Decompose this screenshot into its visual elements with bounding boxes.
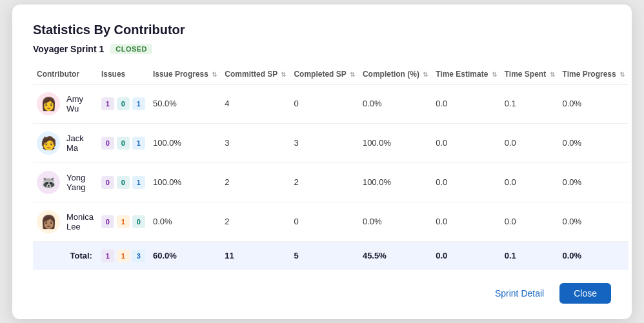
avatar: 🧑 [37, 132, 60, 155]
time-estimate: 0.0 [432, 202, 500, 241]
contributor-name: Yong Yang [66, 173, 94, 192]
issue-badge: 0 [117, 137, 130, 150]
table-row: 🧑 Jack Ma 001 100.0% 3 3 100.0% 0.0 0.0 … [33, 123, 629, 162]
completion-pct: 100.0% [359, 123, 432, 162]
issue-badge: 1 [132, 137, 145, 150]
sort-icon: ⇅ [212, 71, 217, 78]
avatar: 🦝 [37, 171, 60, 194]
contributor-name: Jack Ma [66, 133, 94, 153]
table-header-row: Contributor Issues Issue Progress ⇅ Comm… [33, 64, 629, 84]
sort-icon: ⇅ [550, 71, 555, 78]
contributor-name: Amy Wu [66, 94, 94, 113]
issue-progress: 100.0% [149, 123, 221, 162]
sprint-detail-button[interactable]: Sprint Detail [487, 283, 552, 304]
issue-badge: 1 [101, 97, 114, 110]
issue-badge: 0 [132, 215, 145, 228]
issue-badge: 0 [117, 97, 130, 110]
completed-sp: 2 [290, 162, 358, 202]
total-time-spent: 0.1 [501, 241, 559, 270]
table-row: 🦝 Yong Yang 001 100.0% 2 2 100.0% 0.0 0.… [33, 162, 629, 202]
col-contributor: Contributor [33, 64, 97, 84]
sort-icon: ⇅ [492, 71, 497, 78]
issue-badge: 1 [101, 250, 114, 262]
total-row: Total: 113 60.0% 11 5 45.5% 0.0 0.1 0.0% [33, 241, 629, 270]
col-completed-sp[interactable]: Completed SP ⇅ [290, 64, 358, 84]
col-completion-pct[interactable]: Completion (%) ⇅ [359, 64, 432, 84]
completed-sp: 0 [290, 202, 358, 241]
sprint-header: Voyager Sprint 1 CLOSED [33, 44, 611, 54]
col-time-estimate[interactable]: Time Estimate ⇅ [432, 64, 500, 84]
issue-progress: 50.0% [149, 84, 221, 123]
status-badge: CLOSED [110, 44, 152, 54]
sort-icon: ⇅ [619, 71, 625, 78]
issue-badge: 0 [117, 176, 130, 189]
total-committed-sp: 11 [221, 241, 290, 270]
completion-pct: 0.0% [359, 202, 432, 241]
sprint-name: Voyager Sprint 1 [33, 44, 104, 54]
contributor-cell: 🧑 Jack Ma [33, 123, 97, 162]
time-estimate: 0.0 [432, 123, 500, 162]
total-label: Total: [33, 241, 97, 270]
contributor-cell: 👩 Amy Wu [33, 84, 97, 123]
committed-sp: 2 [221, 202, 290, 241]
table-row: 👩 Amy Wu 101 50.0% 4 0 0.0% 0.0 0.1 0.0% [33, 84, 629, 123]
table-row: 👩🏽 Monica Lee 010 0.0% 2 0 0.0% 0.0 0.0 … [33, 202, 629, 241]
time-progress: 0.0% [559, 123, 629, 162]
completion-pct: 100.0% [359, 162, 432, 202]
sort-icon: ⇅ [350, 71, 355, 78]
time-estimate: 0.0 [432, 84, 500, 123]
issue-badge: 1 [117, 215, 130, 228]
issues-cell: 001 [97, 123, 149, 162]
issue-badge: 1 [117, 250, 130, 262]
avatar: 👩🏽 [37, 210, 60, 233]
time-spent: 0.0 [501, 123, 559, 162]
total-issues-cell: 113 [97, 241, 149, 270]
total-time-estimate: 0.0 [432, 241, 500, 270]
modal-title: Statistics By Contributor [33, 23, 611, 37]
sort-icon: ⇅ [281, 71, 286, 78]
time-spent: 0.0 [501, 162, 559, 202]
issue-badge: 0 [101, 176, 114, 189]
statistics-table: Contributor Issues Issue Progress ⇅ Comm… [33, 64, 629, 270]
committed-sp: 4 [221, 84, 290, 123]
time-spent: 0.1 [501, 84, 559, 123]
time-progress: 0.0% [559, 162, 629, 202]
statistics-modal: Statistics By Contributor Voyager Sprint… [12, 5, 632, 319]
issues-cell: 101 [97, 84, 149, 123]
issues-cell: 010 [97, 202, 149, 241]
issue-badge: 0 [101, 215, 114, 228]
completion-pct: 0.0% [359, 84, 432, 123]
close-button[interactable]: Close [559, 283, 611, 304]
time-progress: 0.0% [559, 202, 629, 241]
committed-sp: 2 [221, 162, 290, 202]
issue-progress: 100.0% [149, 162, 221, 202]
issue-badge: 1 [132, 176, 145, 189]
contributor-cell: 🦝 Yong Yang [33, 162, 97, 202]
col-time-progress[interactable]: Time Progress ⇅ [559, 64, 629, 84]
contributor-cell: 👩🏽 Monica Lee [33, 202, 97, 241]
issues-cell: 001 [97, 162, 149, 202]
modal-footer: Sprint Detail Close [33, 283, 611, 304]
completed-sp: 3 [290, 123, 358, 162]
sort-icon: ⇅ [423, 71, 428, 78]
total-completed-sp: 5 [290, 241, 358, 270]
issue-progress: 0.0% [149, 202, 221, 241]
avatar: 👩 [37, 92, 60, 115]
col-time-spent[interactable]: Time Spent ⇅ [501, 64, 559, 84]
completed-sp: 0 [290, 84, 358, 123]
time-spent: 0.0 [501, 202, 559, 241]
time-estimate: 0.0 [432, 162, 500, 202]
col-committed-sp[interactable]: Committed SP ⇅ [221, 64, 290, 84]
issue-badge: 0 [101, 137, 114, 150]
issue-badge: 1 [132, 97, 145, 110]
total-time-progress: 0.0% [559, 241, 629, 270]
contributor-name: Monica Lee [66, 212, 94, 231]
issue-badge: 3 [132, 250, 145, 262]
col-issues: Issues [97, 64, 149, 84]
time-progress: 0.0% [559, 84, 629, 123]
col-issue-progress[interactable]: Issue Progress ⇅ [149, 64, 221, 84]
committed-sp: 3 [221, 123, 290, 162]
total-issue-progress: 60.0% [149, 241, 221, 270]
total-completion-pct: 45.5% [359, 241, 432, 270]
